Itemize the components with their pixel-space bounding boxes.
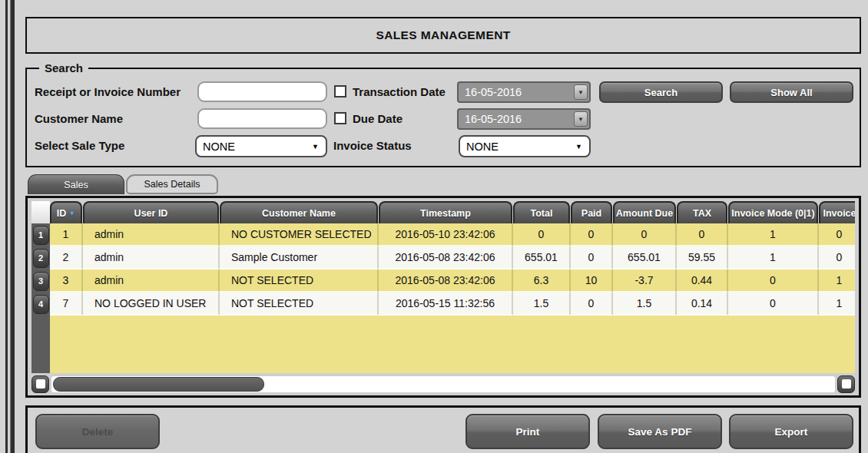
table-cell[interactable]: 0 <box>728 269 819 293</box>
table-cell[interactable]: 2016-05-10 23:42:06 <box>379 223 513 246</box>
column-header-label: ID <box>57 208 67 219</box>
invoice-status-label: Invoice Status <box>333 139 412 152</box>
table-cell[interactable]: admin <box>83 246 220 269</box>
table-cell[interactable]: 3 <box>50 269 83 293</box>
row-number-button[interactable]: 3 <box>33 272 49 291</box>
due-date-field[interactable]: 16-05-2016 ▼ <box>457 108 591 130</box>
scrollbar-track[interactable] <box>51 376 835 392</box>
table-cell[interactable]: 2016-05-08 23:42:06 <box>379 246 513 269</box>
sale-type-label: Select Sale Type <box>35 139 124 152</box>
receipt-input[interactable] <box>197 81 327 102</box>
column-header-label: User ID <box>134 208 168 219</box>
due-date-checkbox[interactable] <box>334 112 346 124</box>
column-header[interactable]: TAX <box>677 201 727 223</box>
table-row[interactable]: 1adminNO CUSTOMER SELECTED2016-05-10 23:… <box>50 223 855 246</box>
table-cell[interactable]: 2 <box>50 246 83 269</box>
table-rows-area: 1adminNO CUSTOMER SELECTED2016-05-10 23:… <box>50 223 855 373</box>
due-date-value: 16-05-2016 <box>465 113 522 125</box>
table-cell[interactable]: admin <box>83 223 220 246</box>
table-cell[interactable]: 0 <box>571 246 613 269</box>
receipt-label: Receipt or Invoice Number <box>35 85 181 98</box>
row-number-button[interactable]: 2 <box>33 249 49 268</box>
tab-bar: Sales Sales Details <box>25 174 218 196</box>
save-as-pdf-button[interactable]: Save As PDF <box>598 414 722 449</box>
due-date-dropdown-button[interactable]: ▼ <box>574 111 588 127</box>
table-cell[interactable]: 6.3 <box>513 269 571 293</box>
column-header[interactable]: Customer Name <box>220 201 378 223</box>
invoice-status-select[interactable]: NONE ▼ <box>459 135 591 157</box>
column-header[interactable]: Timestamp <box>379 201 512 223</box>
table-cell[interactable]: 2016-05-15 11:32:56 <box>379 293 513 316</box>
row-header-strip: 1234 <box>31 223 50 373</box>
table-cell[interactable]: 1 <box>728 246 819 269</box>
table-cell[interactable]: 655.01 <box>513 246 571 269</box>
table-cell[interactable]: NO LOGGED IN USER <box>83 293 220 316</box>
column-header[interactable]: Total <box>513 201 570 223</box>
table-cell[interactable]: 10 <box>571 269 613 293</box>
table-cell[interactable]: NOT SELECTED <box>220 269 379 293</box>
column-header[interactable]: User ID <box>83 201 219 223</box>
table-cell[interactable]: 1 <box>819 269 855 293</box>
customer-name-input[interactable] <box>197 108 327 129</box>
table-cell[interactable]: 0.14 <box>677 293 728 316</box>
table-cell[interactable]: 1 <box>728 223 819 246</box>
table-cell[interactable]: 655.01 <box>613 246 677 269</box>
row-number-button[interactable]: 4 <box>33 295 49 314</box>
table-cell[interactable]: 1.5 <box>613 293 677 316</box>
table-row[interactable]: 2adminSample Customer2016-05-08 23:42:06… <box>50 246 855 269</box>
table-cell[interactable]: Sample Customer <box>220 246 379 269</box>
column-header[interactable]: Invoice Mode (0|1) <box>728 201 818 223</box>
print-button[interactable]: Print <box>465 414 590 449</box>
customer-name-label: Customer Name <box>35 112 123 125</box>
column-header[interactable]: Paid <box>571 201 612 223</box>
scroll-right-button[interactable] <box>837 375 855 393</box>
row-number-button[interactable]: 1 <box>33 226 49 245</box>
title-panel: SALES MANAGEMENT <box>25 17 861 54</box>
column-header-label: Customer Name <box>262 208 336 219</box>
row-header-slot: 4 <box>31 293 50 316</box>
export-button[interactable]: Export <box>729 414 853 449</box>
horizontal-scrollbar <box>31 375 855 393</box>
table-cell[interactable]: 0.44 <box>677 269 728 293</box>
scroll-button-icon <box>842 379 851 389</box>
table-cell[interactable]: 0 <box>513 223 571 246</box>
table-cell[interactable]: 0 <box>613 223 677 246</box>
chevron-down-icon: ▼ <box>578 116 584 123</box>
sale-type-select[interactable]: NONE ▼ <box>195 135 327 157</box>
table-cell[interactable]: 7 <box>50 293 83 316</box>
search-button[interactable]: Search <box>599 81 723 103</box>
column-header-label: Timestamp <box>420 208 471 219</box>
table-cell[interactable]: admin <box>83 269 220 293</box>
table-cell[interactable]: 1.5 <box>513 293 571 316</box>
table-row[interactable]: 7NO LOGGED IN USERNOT SELECTED2016-05-15… <box>50 293 855 316</box>
tab-sales-details[interactable]: Sales Details <box>126 174 218 194</box>
show-all-button[interactable]: Show All <box>730 81 853 103</box>
scroll-left-button[interactable] <box>31 375 49 393</box>
table-cell[interactable]: 0 <box>819 246 855 269</box>
table-cell[interactable]: 1 <box>50 223 83 246</box>
table-cell[interactable]: 0 <box>677 223 728 246</box>
table-corner-cell[interactable] <box>31 201 50 223</box>
table-cell[interactable]: 0 <box>819 223 855 246</box>
column-header[interactable]: Invoice <box>819 201 855 223</box>
delete-button[interactable]: Delete <box>35 414 160 449</box>
table-cell[interactable]: NOT SELECTED <box>220 293 379 316</box>
transaction-date-field[interactable]: 16-05-2016 ▼ <box>457 81 591 103</box>
transaction-date-dropdown-button[interactable]: ▼ <box>574 84 588 100</box>
column-header[interactable]: Amount Due <box>613 201 676 223</box>
table-cell[interactable]: 59.55 <box>677 246 728 269</box>
sale-type-value: NONE <box>203 141 235 153</box>
table-cell[interactable]: 0 <box>571 293 613 316</box>
scrollbar-thumb[interactable] <box>53 377 264 392</box>
table-cell[interactable]: -3.7 <box>613 269 677 293</box>
table-cell[interactable]: 0 <box>571 223 613 246</box>
table-cell[interactable]: NO CUSTOMER SELECTED <box>220 223 379 246</box>
column-header-label: Amount Due <box>616 208 673 219</box>
table-cell[interactable]: 0 <box>728 293 819 316</box>
column-header[interactable]: ID▼ <box>50 201 82 223</box>
table-row[interactable]: 3adminNOT SELECTED2016-05-08 23:42:066.3… <box>50 269 855 293</box>
tab-sales[interactable]: Sales <box>28 174 124 194</box>
transaction-date-checkbox[interactable] <box>334 85 346 98</box>
table-cell[interactable]: 1 <box>819 293 855 316</box>
table-cell[interactable]: 2016-05-08 23:42:06 <box>379 269 513 293</box>
